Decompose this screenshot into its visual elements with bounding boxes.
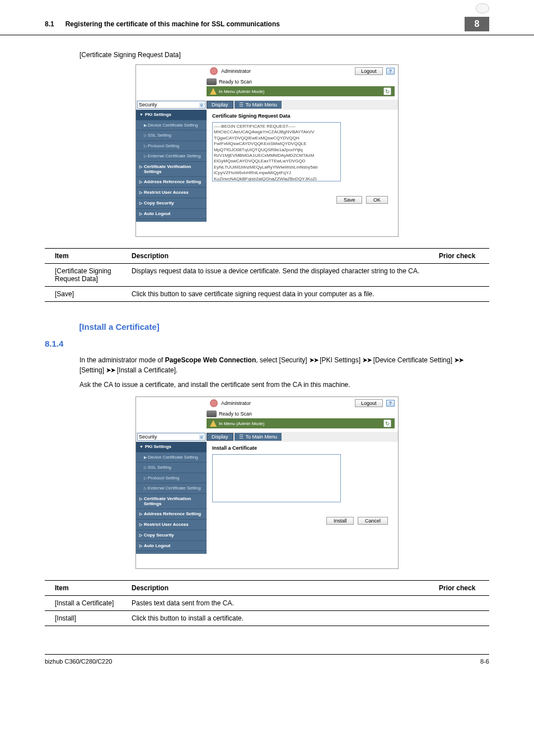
status-ready: Ready to Scan: [219, 411, 252, 417]
cell-prior: [433, 611, 489, 626]
section-number: 8.1.4: [45, 339, 63, 348]
printer-icon: [207, 410, 217, 417]
sidebar-item-external-cert[interactable]: ▷ External Certificate Setting: [136, 483, 207, 494]
to-main-menu-button[interactable]: ☰ To Main Menu: [235, 433, 282, 441]
category-select[interactable]: Security v: [137, 101, 205, 109]
sidebar-item-pki[interactable]: ▼PKI Settings: [136, 110, 207, 120]
help-button[interactable]: ?: [386, 68, 395, 74]
sidebar-item-restrict[interactable]: ▷Restrict User Access: [136, 188, 207, 198]
para-install-1: In the administrator mode of PageScope W…: [79, 355, 489, 375]
to-main-menu-label: To Main Menu: [246, 434, 278, 440]
menu-icon: ☰: [239, 102, 243, 108]
ok-button[interactable]: OK: [366, 196, 388, 204]
main-panel: Certificate Signing Request Data Save OK: [207, 110, 398, 222]
footer-page: 8-6: [480, 658, 489, 665]
sidebar-item-ssl[interactable]: ▷ SSL Setting: [136, 463, 207, 473]
select-value: Security: [139, 434, 157, 440]
table-install: Item Description Prior check [Install a …: [45, 580, 489, 626]
install-textarea[interactable]: [212, 454, 341, 502]
para-install-2: Ask the CA to issue a certificate, and i…: [79, 380, 489, 390]
sidebar-item-copy-security[interactable]: ▷Copy Security: [136, 530, 207, 541]
logout-button[interactable]: Logout: [355, 399, 383, 407]
cell-prior: [433, 264, 489, 287]
sidebar-item-addr-ref[interactable]: ▷Address Reference Setting: [136, 509, 207, 520]
cell-desc: Pastes text data sent from the CA.: [126, 596, 433, 611]
th-item: Item: [45, 249, 126, 264]
cancel-button[interactable]: Cancel: [358, 517, 388, 525]
sidebar-item-protocol[interactable]: ▷ Protocol Setting: [136, 141, 207, 152]
sidebar-item-pki[interactable]: ▼PKI Settings: [136, 442, 207, 452]
screenshot-install: Administrator Logout ? Ready to Scan In …: [135, 396, 399, 569]
refresh-icon[interactable]: ↻: [383, 87, 391, 95]
cell-desc: Displays request data to issue a device …: [126, 264, 433, 287]
panel-title: Certificate Signing Request Data: [212, 113, 392, 119]
chapter-badge: 8: [465, 17, 489, 31]
sidebar-item-device-cert[interactable]: Device Certificate Setting: [136, 452, 207, 463]
table-header-row: Item Description Prior check: [45, 249, 489, 264]
sidebar-item-external-cert[interactable]: ▷ External Certificate Setting: [136, 151, 207, 162]
page-footer: bizhub C360/C280/C220 8-6: [45, 654, 489, 665]
warning-icon: [210, 88, 217, 95]
table-row: [Certificate Signing Request Data] Displ…: [45, 264, 489, 287]
header-text: 8.1 Registering the certificate of this …: [45, 20, 465, 28]
category-select[interactable]: Security v: [137, 433, 205, 441]
cell-item: [Install]: [45, 611, 126, 626]
cell-desc: Click this button to install a certifica…: [126, 611, 433, 626]
sidebar-item-device-cert[interactable]: Device Certificate Setting: [136, 120, 207, 130]
sidebar-item-protocol[interactable]: ▷ Protocol Setting: [136, 473, 207, 484]
admin-label: Administrator: [221, 68, 251, 74]
save-button[interactable]: Save: [336, 196, 363, 204]
panel-title: Install a Certificate: [212, 445, 392, 451]
help-button[interactable]: ?: [386, 400, 395, 407]
sidebar-item-copy-security[interactable]: ▷Copy Security: [136, 198, 207, 209]
select-value: Security: [139, 102, 157, 108]
page-header: 8.1 Registering the certificate of this …: [0, 17, 534, 35]
caption-csr-data: [Certificate Signing Request Data]: [79, 51, 489, 59]
refresh-icon[interactable]: ↻: [383, 419, 391, 427]
cell-prior: [433, 596, 489, 611]
to-main-menu-button[interactable]: ☰ To Main Menu: [235, 101, 282, 109]
sidebar-item-addr-ref[interactable]: ▷Address Reference Setting: [136, 177, 207, 188]
section-num: 8.1: [45, 20, 54, 28]
install-button[interactable]: Install: [326, 517, 354, 525]
section-header-install: 8.1.4 [Install a Certificate]: [45, 322, 489, 348]
printer-icon: [207, 78, 217, 85]
main-panel: Install a Certificate Install Cancel: [207, 442, 398, 554]
display-button[interactable]: Display: [207, 433, 233, 441]
table-row: [Install] Click this button to install a…: [45, 611, 489, 626]
sidebar-item-ssl[interactable]: ▷ SSL Setting: [136, 130, 207, 141]
csr-textarea[interactable]: [212, 122, 341, 181]
sidebar-item-cert-verify[interactable]: ▷Certificate Verification Settings: [136, 162, 207, 177]
sidebar-item-restrict[interactable]: ▷Restrict User Access: [136, 520, 207, 530]
sidebar-item-cert-verify[interactable]: ▷Certificate Verification Settings: [136, 494, 207, 509]
th-desc: Description: [126, 581, 433, 596]
sidebar-item-auto-logout[interactable]: ▷Auto Logout: [136, 541, 207, 552]
admin-icon: [210, 67, 218, 75]
cell-item: [Certificate Signing Request Data]: [45, 264, 126, 287]
menu-icon: ☰: [239, 434, 243, 440]
cell-desc: Click this button to save certificate si…: [126, 287, 433, 302]
logout-button[interactable]: Logout: [355, 67, 383, 75]
admin-label: Administrator: [221, 400, 251, 406]
cell-item: [Install a Certificate]: [45, 596, 126, 611]
th-item: Item: [45, 581, 126, 596]
display-button[interactable]: Display: [207, 101, 233, 109]
table-row: [Install a Certificate] Pastes text data…: [45, 596, 489, 611]
section-title: [Install a Certificate]: [79, 322, 159, 348]
admin-icon: [210, 399, 218, 407]
decorative-top-circle: [476, 3, 489, 13]
chevron-down-icon: v: [199, 435, 204, 440]
table-csr: Item Description Prior check [Certificat…: [45, 248, 489, 302]
to-main-menu-label: To Main Menu: [246, 102, 278, 108]
menu-status: In Menu (Admin Mode): [219, 89, 264, 94]
sidebar: ▼PKI Settings Device Certificate Setting…: [136, 442, 207, 554]
sidebar-item-auto-logout[interactable]: ▷Auto Logout: [136, 209, 207, 220]
chevron-down-icon: v: [199, 102, 204, 108]
warning-icon: [210, 420, 217, 427]
table-row: [Save] Click this button to save certifi…: [45, 287, 489, 302]
sidebar: ▼PKI Settings Device Certificate Setting…: [136, 110, 207, 222]
cell-item: [Save]: [45, 287, 126, 302]
footer-model: bizhub C360/C280/C220: [45, 658, 112, 665]
section-title: Registering the certificate of this mach…: [65, 20, 280, 28]
th-prior: Prior check: [433, 249, 489, 264]
